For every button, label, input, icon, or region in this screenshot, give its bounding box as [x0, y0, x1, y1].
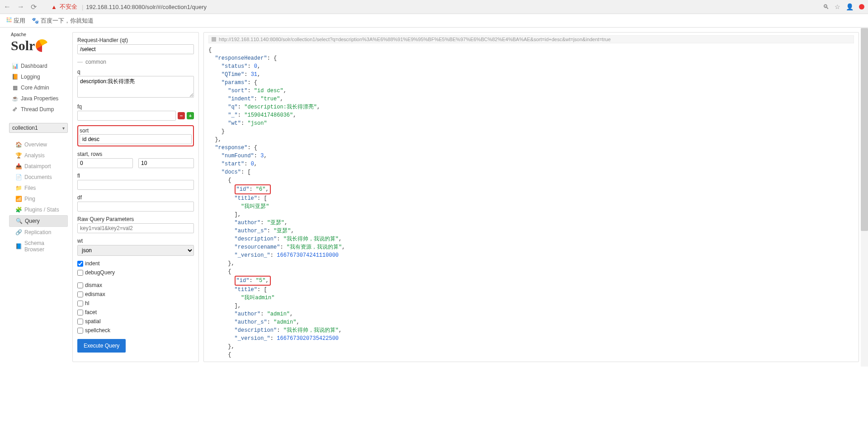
query-icon: 🔍 — [16, 218, 22, 224]
spatial-label: spatial — [85, 318, 101, 325]
result-panel: http://192.168.110.140:8080/solr/collect… — [203, 32, 859, 362]
url-bar[interactable]: ▲ 不安全 | 192.168.110.140:8080/solr/#/coll… — [46, 1, 656, 13]
browser-bar: ← → ⟳ ▲ 不安全 | 192.168.110.140:8080/solr/… — [0, 0, 868, 14]
edismax-label: edismax — [85, 291, 105, 297]
back-button[interactable]: ← — [4, 3, 11, 11]
sort-label: sort — [80, 127, 192, 134]
apps-shortcut[interactable]: 应用 — [6, 17, 25, 25]
fl-label: fl — [77, 173, 194, 179]
indent-checkbox[interactable] — [77, 261, 83, 267]
reload-button[interactable]: ⟳ — [31, 3, 37, 11]
subnav-dataimport[interactable]: 📥Dataimport — [9, 161, 68, 172]
qt-label: Request-Handler (qt) — [77, 37, 194, 43]
nav-coreadmin[interactable]: ▦Core Admin — [9, 82, 68, 93]
fl-input[interactable] — [77, 180, 194, 190]
logging-icon: 📙 — [12, 74, 18, 80]
indent-label: indent — [85, 260, 100, 267]
chevron-down-icon: ▾ — [62, 126, 65, 131]
q-label: q — [77, 69, 194, 75]
rows-input[interactable] — [138, 158, 194, 168]
wt-select[interactable]: json — [77, 245, 194, 256]
core-selected-label: collection1 — [12, 125, 38, 131]
result-url-link[interactable]: http://192.168.110.140:8080/solr/collect… — [208, 35, 854, 43]
subnav-files[interactable]: 📁Files — [9, 183, 68, 193]
unsafe-label: 不安全 — [60, 3, 77, 11]
documents-icon: 📄 — [15, 174, 22, 180]
df-input[interactable] — [77, 202, 194, 212]
execute-query-button[interactable]: Execute Query — [77, 339, 126, 353]
subnav-replication[interactable]: 🔗Replication — [9, 227, 68, 238]
overview-icon: 🏠 — [15, 141, 22, 148]
subnav-documents[interactable]: 📄Documents — [9, 172, 68, 183]
spatial-checkbox[interactable] — [77, 319, 83, 325]
fq-add-button[interactable]: + — [187, 112, 194, 119]
extension-icon[interactable] — [859, 4, 864, 9]
rawq-label: Raw Query Parameters — [77, 216, 194, 222]
forward-button[interactable]: → — [17, 3, 24, 11]
subnav-plugins[interactable]: 🧩Plugins / Stats — [9, 204, 68, 215]
hl-checkbox[interactable] — [77, 301, 83, 306]
qt-input[interactable] — [77, 44, 194, 54]
facet-label: facet — [85, 309, 97, 315]
thread-icon: 🗞 — [12, 106, 18, 113]
bookmark-baidu[interactable]: 🐾百度一下，你就知道 — [32, 17, 94, 25]
sun-icon — [36, 39, 48, 52]
sort-input[interactable] — [80, 134, 192, 144]
plugins-icon: 🧩 — [15, 207, 22, 213]
page-scrollbar[interactable] — [861, 28, 868, 367]
apache-label: Apache — [11, 32, 68, 37]
subnav-query[interactable]: 🔍Query — [9, 215, 68, 227]
nav-logging[interactable]: 📙Logging — [9, 71, 68, 82]
dataimport-icon: 📥 — [15, 163, 22, 169]
result-url-text: http://192.168.110.140:8080/solr/collect… — [219, 37, 611, 42]
dismax-label: dismax — [85, 282, 102, 288]
debug-label: debugQuery — [85, 269, 115, 276]
nav-javaprops[interactable]: ☕Java Properties — [9, 93, 68, 104]
fq-remove-button[interactable]: − — [178, 112, 185, 119]
facet-checkbox[interactable] — [77, 310, 83, 315]
df-label: df — [77, 194, 194, 201]
json-response: { "responseHeader": { "status": 0, "QTim… — [208, 46, 854, 359]
fq-input[interactable] — [77, 111, 176, 121]
main-nav: 📊Dashboard 📙Logging ▦Core Admin ☕Java Pr… — [9, 61, 68, 115]
wt-label: wt — [77, 238, 194, 244]
subnav-analysis[interactable]: 🏆Analysis — [9, 150, 68, 161]
bookmarks-bar: 应用 🐾百度一下，你就知道 — [0, 14, 868, 28]
hl-label: hl — [85, 300, 89, 306]
solr-logo: Apache Solr — [9, 32, 68, 53]
analysis-icon: 🏆 — [15, 152, 22, 159]
nav-dashboard[interactable]: 📊Dashboard — [9, 61, 68, 71]
warning-icon: ▲ — [51, 4, 57, 10]
rawq-input[interactable] — [77, 223, 194, 233]
core-subnav: 🏠Overview 🏆Analysis 📥Dataimport 📄Documen… — [9, 139, 68, 255]
bookmark-star-icon[interactable]: ☆ — [835, 3, 840, 10]
java-icon: ☕ — [12, 95, 18, 102]
url-text: 192.168.110.140:8080/solr/#/collection1/… — [86, 4, 207, 10]
baidu-icon: 🐾 — [32, 17, 39, 24]
profile-icon[interactable]: 👤 — [846, 3, 854, 10]
debug-checkbox[interactable] — [77, 270, 83, 276]
link-icon — [212, 37, 216, 42]
edismax-checkbox[interactable] — [77, 292, 83, 297]
query-form: Request-Handler (qt) common q descriptio… — [72, 32, 199, 362]
start-input[interactable] — [77, 158, 133, 168]
subnav-ping[interactable]: 📶Ping — [9, 193, 68, 204]
spellcheck-label: spellcheck — [85, 327, 110, 334]
search-icon[interactable]: 🔍︎ — [823, 3, 829, 10]
apps-icon — [6, 17, 12, 23]
subnav-schema[interactable]: 📘Schema Browser — [9, 238, 68, 255]
common-section-label: common — [77, 59, 194, 65]
startrows-label: start, rows — [77, 151, 194, 157]
spellcheck-checkbox[interactable] — [77, 328, 83, 334]
schema-icon: 📘 — [15, 243, 22, 249]
dashboard-icon: 📊 — [12, 63, 18, 69]
nav-threaddump[interactable]: 🗞Thread Dump — [9, 104, 68, 115]
core-admin-icon: ▦ — [12, 85, 18, 91]
subnav-overview[interactable]: 🏠Overview — [9, 139, 68, 150]
fq-label: fq — [77, 104, 194, 110]
core-selector[interactable]: collection1 ▾ — [9, 123, 68, 133]
files-icon: 📁 — [15, 185, 22, 191]
q-input[interactable]: description:我长得漂亮 — [77, 76, 194, 98]
dismax-checkbox[interactable] — [77, 282, 83, 288]
ping-icon: 📶 — [15, 196, 22, 202]
